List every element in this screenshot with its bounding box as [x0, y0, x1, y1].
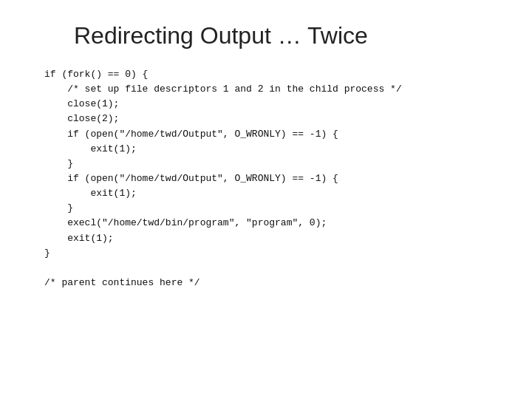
code-block: if (fork() == 0) { /* set up file descri…: [30, 67, 502, 290]
slide-container: Redirecting Output … Twice if (fork() ==…: [0, 0, 532, 399]
slide-title: Redirecting Output … Twice: [30, 22, 502, 50]
